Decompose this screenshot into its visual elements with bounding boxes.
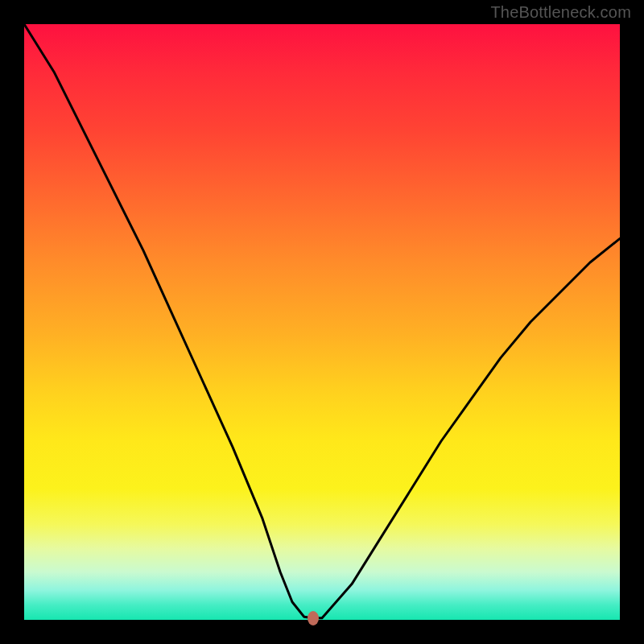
- chart-frame: TheBottleneck.com: [0, 0, 644, 644]
- watermark-text: TheBottleneck.com: [490, 3, 631, 22]
- plot-area: [24, 24, 620, 620]
- optimal-point-marker: [308, 611, 319, 625]
